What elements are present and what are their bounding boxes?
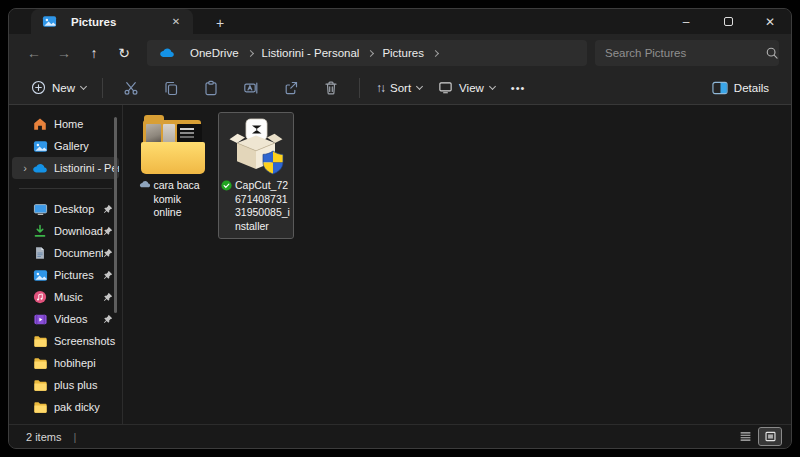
large-icons-view-toggle[interactable] (759, 428, 781, 445)
sidebar-divider (19, 188, 112, 189)
view-button-label: View (459, 82, 484, 94)
desktop-icon (32, 201, 48, 217)
expand-chevron-icon[interactable]: › (18, 163, 32, 174)
sidebar-item-gallery[interactable]: Gallery (12, 135, 119, 157)
folder-icon (32, 333, 48, 349)
onedrive-icon (32, 160, 48, 176)
breadcrumb-item-pictures[interactable]: Pictures (382, 47, 424, 59)
refresh-button[interactable]: ↻ (109, 39, 139, 67)
sort-button-label: Sort (390, 82, 411, 94)
close-button[interactable]: ✕ (749, 9, 791, 34)
delete-button[interactable] (311, 75, 351, 101)
gallery-icon (32, 138, 48, 154)
videos-icon (32, 311, 48, 327)
view-button[interactable]: View (430, 75, 503, 100)
file-label: CapCut_7267140873131950085_installer (221, 179, 291, 234)
copy-button[interactable] (151, 75, 191, 101)
chevron-down-icon (80, 82, 87, 89)
breadcrumb-item-personal[interactable]: Listiorini - Personal (262, 47, 360, 59)
details-button-label: Details (734, 82, 769, 94)
paste-button[interactable] (191, 75, 231, 101)
pin-icon (103, 226, 113, 236)
chevron-down-icon (489, 82, 496, 89)
sidebar-item-desktop[interactable]: Desktop (12, 198, 119, 220)
share-button[interactable] (271, 75, 311, 101)
tab-pictures[interactable]: Pictures ✕ (31, 9, 193, 34)
sidebar-scrollbar[interactable] (114, 117, 117, 313)
status-bar: 2 items | (9, 424, 791, 448)
file-name: cara baca komik online (154, 179, 208, 220)
onedrive-synced-check-icon (221, 180, 232, 191)
file-label: cara baca komik online (139, 179, 208, 220)
sidebar-item-plus-plus[interactable]: plus plus (12, 374, 119, 396)
back-button[interactable]: ← (19, 39, 49, 67)
folder-icon (32, 377, 48, 393)
onedrive-icon (159, 45, 175, 61)
toolbar-divider (102, 78, 103, 98)
sidebar-item-documents[interactable]: Documents (12, 242, 119, 264)
details-view-toggle[interactable] (734, 428, 756, 445)
file-tile-folder[interactable]: cara baca komik online (136, 113, 210, 224)
sidebar-item-videos[interactable]: Videos (12, 308, 119, 330)
forward-button[interactable]: → (49, 39, 79, 67)
new-tab-button[interactable]: + (209, 15, 231, 31)
chevron-right-icon (432, 49, 439, 56)
item-count: 2 items (26, 431, 61, 443)
file-tile-capcut-installer[interactable]: CapCut_7267140873131950085_installer (219, 113, 293, 238)
pictures-icon (32, 267, 48, 283)
rename-icon (243, 80, 259, 96)
maximize-button[interactable] (707, 9, 749, 34)
ellipsis-icon: ••• (511, 82, 526, 94)
sidebar-item-home[interactable]: Home (12, 113, 119, 135)
sort-arrows-icon: ↑↓ (376, 81, 384, 95)
file-name: CapCut_7267140873131950085_installer (235, 179, 291, 234)
cut-button[interactable] (111, 75, 151, 101)
new-button-label: New (52, 82, 75, 94)
home-icon (32, 116, 48, 132)
downloads-icon (32, 223, 48, 239)
pin-icon (103, 270, 113, 280)
installer-large-icon (223, 116, 289, 176)
breadcrumb[interactable]: OneDrive Listiorini - Personal Pictures (147, 40, 587, 66)
monitor-icon (438, 80, 453, 95)
folder-icon (32, 355, 48, 371)
window-controls: – ✕ (665, 9, 791, 34)
sidebar-item-onedrive-personal[interactable]: › Listiorini - Perso (12, 157, 119, 179)
folder-large-icon (140, 116, 206, 176)
search-box[interactable] (595, 40, 779, 66)
rename-button[interactable] (231, 75, 271, 101)
sidebar-item-downloads[interactable]: Downloads (12, 220, 119, 242)
explorer-body: Home Gallery › Listiorini - Perso (9, 105, 791, 424)
breadcrumb-item-onedrive[interactable]: OneDrive (190, 47, 239, 59)
paste-icon (203, 80, 219, 96)
file-list[interactable]: cara baca komik online (123, 105, 791, 424)
navigation-pane: Home Gallery › Listiorini - Perso (9, 105, 123, 424)
file-explorer-window: Pictures ✕ + – ✕ ← → ↑ ↻ OneDrive Listio… (8, 8, 792, 449)
sidebar-item-music[interactable]: Music (12, 286, 119, 308)
sidebar-item-pak-dicky[interactable]: pak dicky (12, 396, 119, 418)
sort-button[interactable]: ↑↓ Sort (368, 76, 430, 100)
pin-icon (103, 292, 113, 302)
tab-title: Pictures (71, 16, 159, 28)
music-icon (32, 289, 48, 305)
sidebar-item-screenshots[interactable]: Screenshots (12, 330, 119, 352)
minimize-button[interactable]: – (665, 9, 707, 34)
tab-close-button[interactable]: ✕ (167, 13, 185, 31)
sidebar-item-hobihepi[interactable]: hobihepi (12, 352, 119, 374)
trash-icon (323, 80, 339, 96)
details-panel-icon (712, 81, 728, 95)
sidebar-item-pictures[interactable]: Pictures (12, 264, 119, 286)
details-button[interactable]: Details (704, 76, 777, 100)
up-button[interactable]: ↑ (79, 39, 109, 67)
new-button[interactable]: New (23, 75, 94, 100)
search-icon (765, 46, 779, 60)
command-bar: New (9, 71, 791, 105)
more-button[interactable]: ••• (503, 77, 534, 99)
maximize-icon (724, 17, 733, 26)
status-separator: | (73, 431, 76, 443)
onedrive-cloud-status-icon (139, 180, 151, 188)
pin-icon (103, 204, 113, 214)
search-input[interactable] (605, 47, 759, 59)
folder-icon (32, 399, 48, 415)
pin-icon (103, 248, 113, 258)
